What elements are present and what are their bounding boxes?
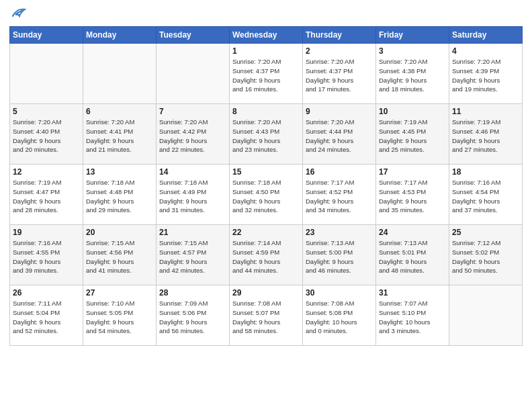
calendar-header-sunday: Sunday <box>10 27 83 44</box>
page: SundayMondayTuesdayWednesdayThursdayFrid… <box>0 0 532 411</box>
day-number: 28 <box>159 288 226 298</box>
day-info: Sunrise: 7:18 AM Sunset: 4:50 PM Dayligh… <box>232 178 300 215</box>
day-number: 16 <box>306 167 373 177</box>
day-number: 24 <box>379 228 446 237</box>
calendar-cell: 18Sunrise: 7:16 AM Sunset: 4:54 PM Dayli… <box>449 165 523 225</box>
day-info: Sunrise: 7:15 AM Sunset: 4:56 PM Dayligh… <box>86 238 153 275</box>
calendar-cell: 2Sunrise: 7:20 AM Sunset: 4:37 PM Daylig… <box>303 44 376 104</box>
day-number: 1 <box>232 46 300 56</box>
day-number: 7 <box>159 107 226 116</box>
day-number: 2 <box>306 46 373 56</box>
calendar-cell: 21Sunrise: 7:15 AM Sunset: 4:57 PM Dayli… <box>157 225 230 285</box>
day-number: 29 <box>232 288 300 298</box>
calendar-cell: 11Sunrise: 7:19 AM Sunset: 4:46 PM Dayli… <box>449 104 523 165</box>
calendar-cell: 6Sunrise: 7:20 AM Sunset: 4:41 PM Daylig… <box>83 104 157 165</box>
header <box>9 7 523 22</box>
calendar-cell: 25Sunrise: 7:12 AM Sunset: 5:02 PM Dayli… <box>449 225 523 285</box>
calendar-cell: 24Sunrise: 7:13 AM Sunset: 5:01 PM Dayli… <box>376 225 449 285</box>
calendar-cell: 29Sunrise: 7:08 AM Sunset: 5:07 PM Dayli… <box>230 285 303 346</box>
day-info: Sunrise: 7:17 AM Sunset: 4:53 PM Dayligh… <box>379 178 446 215</box>
calendar-cell: 17Sunrise: 7:17 AM Sunset: 4:53 PM Dayli… <box>376 165 449 225</box>
day-number: 20 <box>86 228 153 237</box>
calendar-week-row: 1Sunrise: 7:20 AM Sunset: 4:37 PM Daylig… <box>10 44 523 104</box>
calendar-cell <box>157 44 230 104</box>
calendar-cell: 23Sunrise: 7:13 AM Sunset: 5:00 PM Dayli… <box>303 225 376 285</box>
day-info: Sunrise: 7:15 AM Sunset: 4:57 PM Dayligh… <box>159 238 226 275</box>
calendar-cell <box>10 44 83 104</box>
calendar-cell: 31Sunrise: 7:07 AM Sunset: 5:10 PM Dayli… <box>376 285 449 346</box>
calendar-cell <box>83 44 157 104</box>
calendar-cell: 26Sunrise: 7:11 AM Sunset: 5:04 PM Dayli… <box>10 285 83 346</box>
day-number: 14 <box>159 167 226 177</box>
calendar-cell: 14Sunrise: 7:18 AM Sunset: 4:49 PM Dayli… <box>157 165 230 225</box>
day-number: 21 <box>159 228 226 237</box>
day-info: Sunrise: 7:19 AM Sunset: 4:47 PM Dayligh… <box>13 178 80 215</box>
calendar-header-thursday: Thursday <box>303 27 376 44</box>
calendar-cell: 4Sunrise: 7:20 AM Sunset: 4:39 PM Daylig… <box>449 44 523 104</box>
calendar-cell: 16Sunrise: 7:17 AM Sunset: 4:52 PM Dayli… <box>303 165 376 225</box>
calendar-cell: 3Sunrise: 7:20 AM Sunset: 4:38 PM Daylig… <box>376 44 449 104</box>
calendar-header-wednesday: Wednesday <box>230 27 303 44</box>
calendar-cell: 8Sunrise: 7:20 AM Sunset: 4:43 PM Daylig… <box>230 104 303 165</box>
day-info: Sunrise: 7:13 AM Sunset: 5:01 PM Dayligh… <box>379 238 446 275</box>
day-info: Sunrise: 7:09 AM Sunset: 5:06 PM Dayligh… <box>159 299 226 336</box>
calendar-cell: 12Sunrise: 7:19 AM Sunset: 4:47 PM Dayli… <box>10 165 83 225</box>
day-number: 31 <box>379 288 446 298</box>
calendar-cell: 27Sunrise: 7:10 AM Sunset: 5:05 PM Dayli… <box>83 285 157 346</box>
day-number: 19 <box>13 228 80 237</box>
calendar-cell: 20Sunrise: 7:15 AM Sunset: 4:56 PM Dayli… <box>83 225 157 285</box>
day-number: 8 <box>232 107 300 116</box>
day-number: 26 <box>13 288 80 298</box>
day-info: Sunrise: 7:10 AM Sunset: 5:05 PM Dayligh… <box>86 299 153 336</box>
logo-bird-icon <box>11 7 26 22</box>
calendar-cell: 13Sunrise: 7:18 AM Sunset: 4:48 PM Dayli… <box>83 165 157 225</box>
calendar-week-row: 5Sunrise: 7:20 AM Sunset: 4:40 PM Daylig… <box>10 104 523 165</box>
day-info: Sunrise: 7:20 AM Sunset: 4:37 PM Dayligh… <box>232 57 300 94</box>
day-info: Sunrise: 7:20 AM Sunset: 4:37 PM Dayligh… <box>306 57 373 94</box>
day-info: Sunrise: 7:18 AM Sunset: 4:48 PM Dayligh… <box>86 178 153 215</box>
day-number: 25 <box>452 228 519 237</box>
calendar-cell: 1Sunrise: 7:20 AM Sunset: 4:37 PM Daylig… <box>230 44 303 104</box>
calendar-cell: 28Sunrise: 7:09 AM Sunset: 5:06 PM Dayli… <box>157 285 230 346</box>
day-number: 13 <box>86 167 153 177</box>
day-info: Sunrise: 7:16 AM Sunset: 4:54 PM Dayligh… <box>452 178 519 215</box>
day-number: 4 <box>452 46 519 56</box>
day-info: Sunrise: 7:14 AM Sunset: 4:59 PM Dayligh… <box>232 238 300 275</box>
day-number: 30 <box>306 288 373 298</box>
day-number: 22 <box>232 228 300 237</box>
calendar-week-row: 26Sunrise: 7:11 AM Sunset: 5:04 PM Dayli… <box>10 285 523 346</box>
day-number: 11 <box>452 107 519 116</box>
calendar-cell: 7Sunrise: 7:20 AM Sunset: 4:42 PM Daylig… <box>157 104 230 165</box>
day-info: Sunrise: 7:18 AM Sunset: 4:49 PM Dayligh… <box>159 178 226 215</box>
day-number: 10 <box>379 107 446 116</box>
day-info: Sunrise: 7:12 AM Sunset: 5:02 PM Dayligh… <box>452 238 519 275</box>
day-info: Sunrise: 7:20 AM Sunset: 4:42 PM Dayligh… <box>159 118 226 154</box>
day-info: Sunrise: 7:08 AM Sunset: 5:08 PM Dayligh… <box>306 299 373 336</box>
day-info: Sunrise: 7:19 AM Sunset: 4:46 PM Dayligh… <box>452 118 519 154</box>
calendar-header-saturday: Saturday <box>449 27 523 44</box>
calendar-cell: 19Sunrise: 7:16 AM Sunset: 4:55 PM Dayli… <box>10 225 83 285</box>
day-info: Sunrise: 7:20 AM Sunset: 4:38 PM Dayligh… <box>379 57 446 94</box>
day-info: Sunrise: 7:07 AM Sunset: 5:10 PM Dayligh… <box>379 299 446 336</box>
day-number: 3 <box>379 46 446 56</box>
day-number: 9 <box>306 107 373 116</box>
calendar-cell: 30Sunrise: 7:08 AM Sunset: 5:08 PM Dayli… <box>303 285 376 346</box>
day-info: Sunrise: 7:08 AM Sunset: 5:07 PM Dayligh… <box>232 299 300 336</box>
day-info: Sunrise: 7:17 AM Sunset: 4:52 PM Dayligh… <box>306 178 373 215</box>
day-info: Sunrise: 7:20 AM Sunset: 4:39 PM Dayligh… <box>452 57 519 94</box>
calendar-cell: 22Sunrise: 7:14 AM Sunset: 4:59 PM Dayli… <box>230 225 303 285</box>
day-info: Sunrise: 7:20 AM Sunset: 4:41 PM Dayligh… <box>86 118 153 154</box>
calendar-header-row: SundayMondayTuesdayWednesdayThursdayFrid… <box>10 27 523 44</box>
calendar-cell <box>449 285 523 346</box>
day-number: 5 <box>13 107 80 116</box>
calendar-cell: 5Sunrise: 7:20 AM Sunset: 4:40 PM Daylig… <box>10 104 83 165</box>
calendar-week-row: 19Sunrise: 7:16 AM Sunset: 4:55 PM Dayli… <box>10 225 523 285</box>
day-number: 18 <box>452 167 519 177</box>
logo-area <box>9 7 28 22</box>
calendar-cell: 9Sunrise: 7:20 AM Sunset: 4:44 PM Daylig… <box>303 104 376 165</box>
day-number: 27 <box>86 288 153 298</box>
day-number: 6 <box>86 107 153 116</box>
day-info: Sunrise: 7:20 AM Sunset: 4:44 PM Dayligh… <box>306 118 373 154</box>
day-info: Sunrise: 7:20 AM Sunset: 4:43 PM Dayligh… <box>232 118 300 154</box>
day-number: 17 <box>379 167 446 177</box>
